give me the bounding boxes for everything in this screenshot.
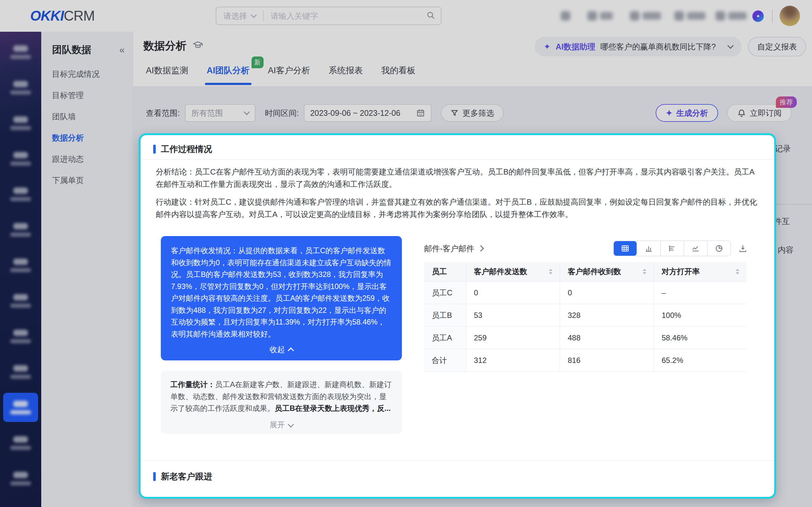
line-chart-icon[interactable]: [684, 241, 707, 256]
row-header-cell: 员工C: [424, 281, 466, 304]
analysis-conclusion: 分析结论：员工C在客户邮件互动方面的表现为零，表明可能需要建立通信渠道或增强客户…: [156, 166, 759, 190]
section-header: 工作过程情况: [153, 144, 212, 155]
workload-title: 工作量统计：: [170, 380, 215, 389]
expand-label: 展开: [270, 420, 285, 430]
divider: [140, 460, 774, 461]
section-marker: [153, 145, 156, 154]
data-cell: 816: [560, 349, 654, 372]
section-header: 新老客户跟进: [153, 471, 212, 482]
row-header-cell: 员工B: [424, 304, 466, 327]
table-row: 员工C00–: [424, 281, 746, 304]
sort-icon[interactable]: [643, 269, 646, 274]
email-insight-text: 客户邮件收发情况：从提供的数据来看，员工C的客户邮件发送数和收到数均为0，表明可…: [171, 245, 392, 340]
app-screen: OKKICRM 请选择 请输入关键字 ✦ 团队数据 « 目标完成情况目标: [0, 0, 812, 507]
data-cell: 488: [560, 327, 654, 349]
data-cell: 65.2%: [654, 349, 746, 372]
section-marker: [153, 472, 156, 481]
analysis-summary: 分析结论：员工C在客户邮件互动方面的表现为零，表明可能需要建立通信渠道或增强客户…: [156, 166, 759, 226]
work-process-spotlight-card: 工作过程情况 分析结论：员工C在客户邮件互动方面的表现为零，表明可能需要建立通信…: [139, 133, 776, 499]
table-title-link[interactable]: 邮件-客户邮件: [424, 243, 483, 254]
collapse-button[interactable]: 收起: [171, 345, 392, 355]
row-header-cell: 合计: [424, 349, 466, 372]
sort-icon[interactable]: [736, 269, 739, 274]
column-header[interactable]: 客户邮件发送数: [466, 262, 560, 281]
data-cell: 100%: [654, 304, 746, 327]
row-header-cell: 员工A: [424, 327, 466, 349]
data-cell: 328: [560, 304, 654, 327]
data-cell: –: [654, 281, 746, 304]
insight-column: 客户邮件收发情况：从提供的数据来看，员工C的客户邮件发送数和收到数均为0，表明可…: [161, 236, 402, 434]
chevron-right-icon: [478, 245, 484, 251]
table-row: 合计31281665.2%: [424, 349, 746, 372]
section-title: 工作过程情况: [161, 144, 212, 155]
section-title: 新老客户跟进: [161, 471, 212, 482]
column-header[interactable]: 对方打开率: [654, 262, 746, 281]
chevron-down-icon: [288, 421, 294, 428]
collapse-label: 收起: [270, 345, 285, 355]
table-title: 邮件-客户邮件: [424, 243, 474, 254]
view-switcher: [613, 240, 731, 257]
workload-highlight: 员工B在登录天数上表现优秀，反...: [275, 404, 391, 412]
table-row: 员工A25948858.46%: [424, 327, 746, 349]
workload-summary-card: 工作量统计：员工A在新建客户数、新建跟进、新建商机数、新建订单数、动态数、邮件发…: [161, 371, 402, 434]
data-cell: 0: [560, 281, 654, 304]
column-header: 员工: [424, 262, 466, 281]
data-cell: 0: [466, 281, 560, 304]
chevron-up-icon: [288, 347, 294, 354]
row-chart-icon[interactable]: [660, 241, 684, 256]
data-cell: 259: [466, 327, 560, 349]
column-header[interactable]: 客户邮件收到数: [560, 262, 654, 281]
data-cell: 312: [466, 349, 560, 372]
table-row: 员工B53328100%: [424, 304, 746, 327]
email-metrics-table: 员工客户邮件发送数客户邮件收到数对方打开率 员工C00–员工B53328100%…: [424, 262, 746, 372]
email-insight-card: 客户邮件收发情况：从提供的数据来看，员工C的客户邮件发送数和收到数均为0，表明可…: [161, 236, 402, 360]
bar-chart-icon[interactable]: [637, 241, 660, 256]
sort-icon[interactable]: [549, 269, 553, 274]
data-cell: 53: [466, 304, 560, 327]
download-icon[interactable]: [738, 244, 748, 253]
table-view-icon[interactable]: [614, 241, 637, 256]
data-cell: 58.46%: [654, 327, 746, 349]
expand-button[interactable]: 展开: [170, 420, 392, 430]
table-column: 邮件-客户邮件: [424, 236, 748, 372]
divider: [140, 159, 774, 160]
pie-chart-icon[interactable]: [707, 241, 731, 256]
action-advice: 行动建议：针对员工C，建议提供邮件沟通和客户管理的培训，并监督其建立有效的客户通…: [156, 196, 759, 221]
